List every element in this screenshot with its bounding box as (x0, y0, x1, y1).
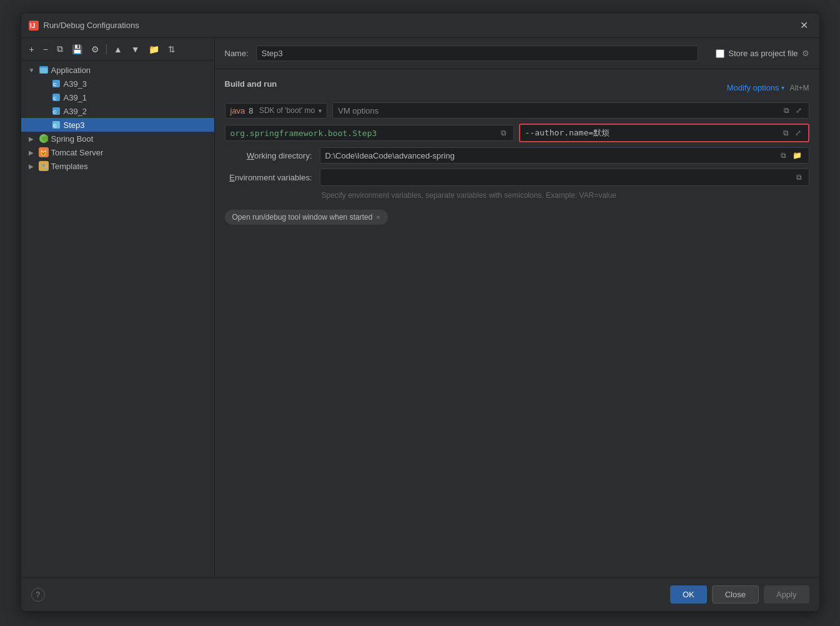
sidebar-item-a39-3[interactable]: ▶ C A39_3 (21, 77, 214, 90)
modify-options-container: Modify options ▾ Alt+M (727, 83, 809, 92)
save-config-button[interactable]: 💾 (69, 42, 86, 56)
settings-button[interactable]: ⚙ (88, 42, 102, 56)
sidebar-item-application[interactable]: ▼ Application (21, 63, 214, 77)
env-vars-hint: Specify environment variables, separate … (322, 191, 809, 200)
title-bar: IJ Run/Debug Configurations ✕ (21, 13, 819, 38)
sidebar-item-label-templates: Templates (51, 162, 88, 171)
bottom-right-buttons: OK Close Apply (670, 585, 809, 604)
java-version: 8 (249, 106, 253, 115)
main-class-field[interactable]: org.springframework.boot.Step3 ⧉ (225, 125, 514, 141)
sort-button[interactable]: ⇅ (165, 42, 179, 56)
svg-text:🌿: 🌿 (41, 135, 49, 143)
toolbar-separator (106, 44, 107, 54)
java-sdk-selector[interactable]: java 8 SDK of 'boot' mo ▾ (225, 103, 328, 119)
spring-boot-icon: 🌿 (39, 134, 49, 144)
build-run-section-header: Build and run Modify options ▾ Alt+M (225, 79, 809, 96)
working-dir-browse-button[interactable]: 📁 (791, 150, 804, 160)
expand-arrow-a39-3: ▶ (41, 81, 49, 87)
bottom-bar: ? OK Close Apply (21, 577, 819, 611)
config-body: Build and run Modify options ▾ Alt+M jav… (215, 69, 819, 577)
name-label: Name: (225, 49, 249, 58)
working-dir-copy-button[interactable]: ⧉ (779, 150, 788, 160)
ok-button[interactable]: OK (670, 585, 707, 604)
class-icon-a39-2: C (51, 106, 61, 116)
apply-button[interactable]: Apply (764, 585, 809, 604)
expand-arrow-spring-boot: ▶ (29, 135, 36, 142)
expand-arrow-step3: ▶ (41, 122, 49, 129)
sidebar-item-label-spring-boot: Spring Boot (51, 134, 94, 144)
sdk-dropdown-arrow-icon: ▾ (319, 107, 322, 114)
sidebar-item-label-step3: Step3 (64, 120, 85, 130)
expand-arrow-templates: ▶ (29, 163, 36, 170)
working-dir-value: D:\Code\IdeaCode\advanced-spring (325, 151, 455, 160)
class-icon-a39-1: C (51, 92, 61, 102)
build-run-title: Build and run (225, 79, 277, 89)
sidebar-item-label-application: Application (51, 66, 91, 75)
sidebar-item-a39-1[interactable]: ▶ C A39_1 (21, 90, 214, 104)
args-expand-button[interactable]: ⤢ (793, 128, 803, 138)
modify-options-shortcut: Alt+M (789, 84, 809, 92)
svg-text:C: C (53, 109, 57, 115)
sidebar-item-a39-2[interactable]: ▶ C A39_2 (21, 104, 214, 118)
class-icon-a39-3: C (51, 79, 61, 89)
svg-text:🔧: 🔧 (41, 162, 49, 170)
open-tool-window-tag: Open run/debug tool window when started … (225, 210, 388, 225)
tag-label: Open run/debug tool window when started (232, 213, 373, 222)
vm-options-field[interactable]: VM options ⧉ ⤢ (332, 102, 809, 119)
modify-options-link[interactable]: Modify options (727, 83, 779, 92)
sdk-text: SDK of 'boot' mo (257, 106, 315, 115)
close-button[interactable]: Close (712, 585, 759, 604)
args-field-actions: ⧉ ⤢ (781, 128, 803, 138)
java-vm-row: java 8 SDK of 'boot' mo ▾ VM options ⧉ ⤢ (225, 102, 809, 119)
store-project-checkbox[interactable] (716, 49, 724, 58)
working-dir-label: Working directory: (225, 151, 312, 160)
env-vars-row: Environment variables: ⧉ (225, 169, 809, 186)
help-button[interactable]: ? (31, 588, 45, 602)
vm-options-copy-button[interactable]: ⧉ (782, 105, 791, 115)
sidebar-item-label-a39-1: A39_1 (64, 93, 87, 102)
main-class-copy-button[interactable]: ⧉ (499, 128, 508, 138)
store-gear-icon[interactable]: ⚙ (802, 49, 809, 58)
template-icon: 🔧 (39, 161, 49, 171)
tag-container: Open run/debug tool window when started … (225, 210, 809, 225)
dialog-title: Run/Debug Configurations (44, 21, 139, 30)
title-bar-left: IJ Run/Debug Configurations (29, 21, 139, 31)
main-class-actions: ⧉ (499, 128, 508, 138)
folder-button[interactable]: 📁 (146, 42, 162, 56)
vm-options-placeholder: VM options (338, 106, 378, 115)
close-dialog-button[interactable]: ✕ (796, 18, 812, 32)
remove-config-button[interactable]: − (40, 42, 51, 56)
modify-options-chevron-icon: ▾ (781, 84, 784, 91)
sidebar-item-tomcat-server[interactable]: ▶ 🐱 Tomcat Server (21, 145, 214, 159)
expand-arrow-a39-1: ▶ (41, 94, 49, 101)
sidebar-toolbar: + − ⧉ 💾 ⚙ ▲ ▼ 📁 ⇅ (21, 38, 214, 61)
right-panel: Name: Store as project file ⚙ Build and … (215, 38, 819, 577)
app-icon: IJ (29, 21, 39, 31)
tag-close-button[interactable]: × (376, 213, 380, 221)
add-config-button[interactable]: + (26, 42, 37, 56)
tomcat-icon: 🐱 (39, 147, 49, 157)
copy-config-button[interactable]: ⧉ (54, 42, 66, 56)
move-up-button[interactable]: ▲ (111, 42, 126, 56)
env-vars-edit-button[interactable]: ⧉ (794, 172, 804, 182)
vm-options-expand-button[interactable]: ⤢ (794, 105, 804, 115)
working-dir-field[interactable]: D:\Code\IdeaCode\advanced-spring ⧉ 📁 (320, 147, 809, 164)
program-args-field[interactable]: --author.name=默烦 ⧉ ⤢ (519, 124, 809, 142)
move-down-button[interactable]: ▼ (128, 42, 143, 56)
svg-text:C: C (53, 82, 57, 87)
main-class-args-row: org.springframework.boot.Step3 ⧉ --autho… (225, 124, 809, 142)
sidebar-item-step3[interactable]: ▶ C Step3 (21, 118, 214, 132)
sidebar-item-templates[interactable]: ▶ 🔧 Templates (21, 159, 214, 173)
working-dir-actions: ⧉ 📁 (779, 150, 804, 160)
env-vars-field[interactable]: ⧉ (320, 169, 809, 186)
svg-text:C: C (53, 95, 57, 101)
application-folder-icon (39, 65, 49, 75)
vm-options-actions: ⧉ ⤢ (782, 105, 804, 115)
sidebar-item-spring-boot[interactable]: ▶ 🌿 Spring Boot (21, 132, 214, 145)
store-project-label: Store as project file (728, 49, 798, 58)
args-copy-button[interactable]: ⧉ (781, 128, 791, 138)
config-name-row: Name: Store as project file ⚙ (215, 38, 819, 69)
class-icon-step3: C (51, 120, 61, 130)
sidebar-item-label-tomcat-server: Tomcat Server (51, 148, 104, 157)
name-input[interactable] (256, 46, 698, 61)
